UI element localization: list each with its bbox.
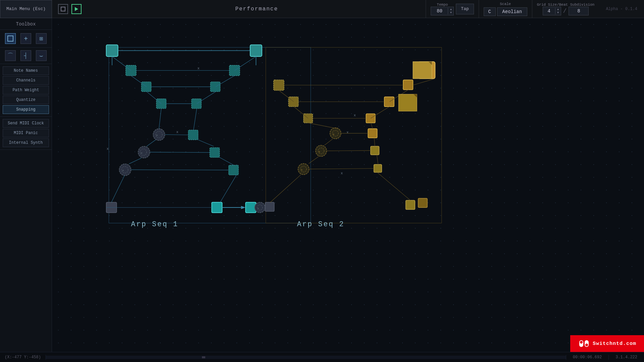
node-seq1-top-right[interactable] (250, 45, 262, 57)
svg-line-55 (270, 175, 301, 202)
main-canvas-svg[interactable]: x ✱ x ✱ ✱ x (52, 18, 644, 352)
node-seq1-bottom-mid-teal[interactable] (212, 202, 222, 213)
svg-line-53 (324, 139, 333, 145)
svg-line-14 (131, 170, 228, 170)
horizontal-scrollbar[interactable] (46, 356, 566, 359)
node-seq1-top-left[interactable] (106, 45, 118, 57)
gear2-icon: ✱ (141, 152, 143, 155)
svg-point-58 (580, 341, 583, 344)
grid-numerator-down[interactable]: ▼ (555, 11, 561, 14)
node-seq2-r6-gold[interactable] (371, 146, 379, 155)
tempo-input-group: 80 ▲ ▼ (431, 7, 454, 15)
node-seq1-bottom-gear[interactable] (255, 202, 265, 213)
node-seq1-r7-left[interactable] (119, 164, 131, 176)
display-options-section: Note Names Channels Path Weight Quantize… (0, 64, 52, 117)
svg-line-51 (294, 107, 308, 118)
node-seq1-r5-left[interactable] (153, 129, 165, 140)
svg-line-45 (371, 107, 389, 118)
node-seq1-r3-right[interactable] (210, 82, 220, 92)
path-weight-button[interactable]: Path Weight (3, 86, 49, 95)
canvas-area[interactable]: x ✱ x ✱ ✱ x (52, 18, 644, 352)
grid-denominator[interactable]: 8 (569, 7, 589, 15)
internal-synth-button[interactable]: Internal Synth (3, 138, 49, 147)
arp-seq-1-label: Arp Seq 1 (131, 220, 178, 228)
svg-point-60 (585, 344, 588, 346)
node-seq2-r2-left[interactable] (274, 80, 284, 90)
midi-panic-button[interactable]: MIDI Panic (3, 129, 49, 137)
scale-mode[interactable]: Aeolian (497, 7, 527, 16)
grid-numerator-input[interactable]: 4 (543, 7, 555, 15)
switch-logo-area[interactable]: Switchntd.com (570, 335, 644, 352)
node-seq2-r3-right[interactable] (384, 97, 394, 107)
snapping-button[interactable]: Snapping (3, 105, 49, 114)
play-button[interactable] (71, 4, 82, 14)
node-seq2-bottom-gold2[interactable] (418, 198, 427, 207)
gear4-icon: ✱ (257, 207, 259, 210)
node-seq2-r3-left[interactable] (288, 97, 298, 107)
version-label: Alpha - 0.1.4 (599, 7, 644, 11)
node-seq1-r4-right[interactable] (192, 99, 201, 109)
add-icon: + (24, 35, 28, 42)
node-seq1-r7-right[interactable] (229, 165, 238, 175)
gear6-icon: ✱ (319, 150, 320, 153)
node-seq1-r6-right[interactable] (210, 147, 219, 157)
scale-control: Scale C Aeolian (479, 0, 532, 18)
arc-right-tool-button[interactable]: ⌣ (36, 50, 47, 61)
tempo-label: Tempo (437, 3, 448, 7)
scrollbar-thumb[interactable] (202, 356, 205, 358)
grid-numerator-arrows: ▲ ▼ (555, 8, 561, 14)
svg-line-49 (377, 172, 410, 200)
tempo-up-button[interactable]: ▲ (448, 8, 453, 11)
arp-seq-2-label: Arp Seq 2 (297, 220, 345, 228)
svg-line-19 (112, 57, 131, 71)
tap-button[interactable]: Tap (456, 4, 474, 14)
node-seq2-gold-mid-right[interactable] (398, 94, 417, 111)
svg-line-31 (220, 157, 234, 165)
add-tool-button[interactable]: + (20, 33, 31, 44)
select-icon (7, 36, 13, 42)
node-seq2-r7-gear[interactable] (298, 164, 309, 175)
node-seq2-gold-top-right[interactable] (413, 62, 432, 78)
x-marker-2: x (176, 130, 178, 134)
node-seq2-r4-right[interactable] (366, 114, 375, 123)
node-seq2-bottom-gold1[interactable] (406, 200, 415, 209)
svg-line-21 (147, 92, 161, 104)
svg-line-25 (111, 176, 124, 202)
svg-line-50 (279, 90, 294, 102)
main-menu-button[interactable]: Main Menu (Esc) (0, 0, 52, 18)
node-seq2-bottom-left[interactable] (265, 202, 274, 211)
node-seq2-r2-right[interactable] (403, 80, 413, 89)
svg-line-23 (147, 140, 156, 146)
node-seq2-r5-gear[interactable] (330, 128, 341, 139)
grid-slash: / (563, 8, 567, 14)
note-names-button[interactable]: Note Names (3, 66, 49, 75)
node-seq2-r6-gear[interactable] (316, 145, 327, 157)
toolbox-tools-row1: + ⊞ (0, 30, 52, 48)
gear7-icon: ✱ (301, 169, 303, 171)
tempo-input[interactable]: 80 (431, 7, 448, 15)
gear5-icon: ✱ (333, 133, 334, 136)
select-tool-button[interactable] (5, 33, 16, 44)
scale-key[interactable]: C (484, 7, 496, 16)
svg-rect-2 (109, 47, 311, 223)
coordinates-display: (X:-477 Y:-458) (0, 355, 46, 360)
svg-line-46 (371, 123, 373, 129)
performance-label: Performance (88, 6, 426, 12)
svg-line-52 (308, 123, 338, 129)
channels-button[interactable]: Channels (3, 76, 49, 85)
stop-button[interactable] (58, 4, 68, 14)
send-midi-clock-button[interactable]: Send MIDI Clock (3, 119, 49, 128)
quantize-button[interactable]: Quantize (3, 96, 49, 104)
node-seq1-r5-right[interactable] (188, 130, 198, 140)
arc-left-tool-button[interactable]: ⌒ (5, 50, 16, 61)
statusbar: (X:-477 Y:-458) 00:00:06.692 3.1.4.222 (0, 352, 644, 362)
grid-numerator-up[interactable]: ▲ (555, 8, 561, 11)
transform-tool-button[interactable]: ⊞ (36, 33, 47, 44)
svg-marker-1 (75, 7, 78, 11)
node-seq2-r7-gold[interactable] (374, 165, 382, 172)
tempo-down-button[interactable]: ▼ (448, 11, 453, 14)
svg-line-22 (159, 109, 161, 129)
node-seq2-r5-gold[interactable] (368, 129, 377, 138)
grid-numerator-group: 4 ▲ ▼ (543, 7, 561, 15)
cursor-tool-button[interactable]: ┤ (20, 50, 31, 61)
